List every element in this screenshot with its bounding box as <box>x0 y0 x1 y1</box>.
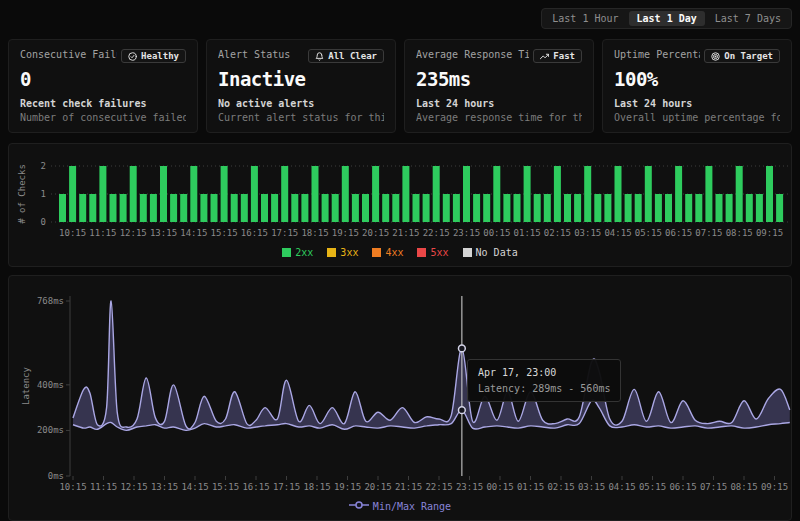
check-bar[interactable] <box>716 194 723 222</box>
check-bar[interactable] <box>402 166 409 222</box>
check-bar[interactable] <box>59 194 66 222</box>
check-bar[interactable] <box>776 194 783 222</box>
check-bar[interactable] <box>615 166 622 222</box>
check-bar[interactable] <box>503 194 510 222</box>
check-bar[interactable] <box>79 194 86 222</box>
check-bar[interactable] <box>312 166 319 222</box>
x-tick-label: 03:15 <box>578 482 605 492</box>
check-bar[interactable] <box>221 166 228 222</box>
x-tick-label: 06:15 <box>665 228 692 238</box>
time-range-last-7-days[interactable]: Last 7 Days <box>707 11 789 26</box>
status-badge-on-target: On Target <box>704 49 780 63</box>
check-bar[interactable] <box>746 194 753 222</box>
check-bar[interactable] <box>251 166 258 222</box>
x-tick-label: 16:15 <box>242 482 269 492</box>
check-bar[interactable] <box>736 166 743 222</box>
check-bar[interactable] <box>200 194 207 222</box>
y-tick-label: 0ms <box>48 471 64 481</box>
check-bar[interactable] <box>392 194 399 222</box>
check-bar[interactable] <box>180 194 187 222</box>
check-bar[interactable] <box>443 194 450 222</box>
check-bar[interactable] <box>756 194 763 222</box>
minmax-band <box>73 301 790 430</box>
check-bar[interactable] <box>281 166 288 222</box>
check-bar[interactable] <box>241 194 248 222</box>
check-bar[interactable] <box>705 166 712 222</box>
check-bar[interactable] <box>170 194 177 222</box>
check-bar[interactable] <box>413 194 420 222</box>
legend-item-4xx[interactable]: 4xx <box>372 247 403 258</box>
check-bar[interactable] <box>140 194 147 222</box>
check-bar[interactable] <box>211 194 218 222</box>
tooltip-latency-range: Latency: 289ms - 560ms <box>478 383 610 394</box>
check-bar[interactable] <box>524 166 531 222</box>
check-bar[interactable] <box>594 194 601 222</box>
checks-bar-chart[interactable]: # of Checks01210:1511:1512:1513:1514:151… <box>15 150 795 240</box>
check-bar[interactable] <box>372 166 379 222</box>
check-bar[interactable] <box>342 166 349 222</box>
check-bar[interactable] <box>99 166 106 222</box>
check-bar[interactable] <box>574 194 581 222</box>
check-bar[interactable] <box>665 194 672 222</box>
check-bar[interactable] <box>69 166 76 222</box>
legend-item-5xx[interactable]: 5xx <box>417 247 448 258</box>
check-bar[interactable] <box>423 194 430 222</box>
time-range-last-1-day[interactable]: Last 1 Day <box>629 11 705 26</box>
time-range-last-1-hour[interactable]: Last 1 Hour <box>544 11 626 26</box>
check-bar[interactable] <box>190 166 197 222</box>
check-bar[interactable] <box>514 194 521 222</box>
x-tick-label: 19:15 <box>334 482 361 492</box>
check-bar[interactable] <box>584 166 591 222</box>
check-bar[interactable] <box>685 194 692 222</box>
legend-swatch <box>463 248 472 257</box>
check-bar[interactable] <box>322 194 329 222</box>
x-tick-label: 22:15 <box>425 482 452 492</box>
check-bar[interactable] <box>645 166 652 222</box>
check-bar[interactable] <box>382 194 389 222</box>
legend-label: 3xx <box>340 247 358 258</box>
check-bar[interactable] <box>564 194 571 222</box>
x-tick-label: 00:15 <box>483 228 510 238</box>
check-bar[interactable] <box>554 166 561 222</box>
check-bar[interactable] <box>483 194 490 222</box>
check-bar[interactable] <box>301 194 308 222</box>
check-bar[interactable] <box>110 194 117 222</box>
latency-area-chart[interactable]: Latency0ms200ms400ms768ms10:1511:1512:15… <box>15 282 795 494</box>
check-bar[interactable] <box>695 194 702 222</box>
check-bar[interactable] <box>362 194 369 222</box>
legend-item-minmax-range[interactable]: Min/Max Range <box>349 500 451 512</box>
check-bar[interactable] <box>766 166 773 222</box>
legend-item-2xx[interactable]: 2xx <box>282 247 313 258</box>
check-bar[interactable] <box>291 194 298 222</box>
legend-item-no-data[interactable]: No Data <box>463 247 518 258</box>
check-bar[interactable] <box>89 194 96 222</box>
check-bar[interactable] <box>625 194 632 222</box>
check-bar[interactable] <box>130 166 137 222</box>
check-bar[interactable] <box>604 194 611 222</box>
check-bar[interactable] <box>473 194 480 222</box>
check-bar[interactable] <box>635 194 642 222</box>
card-head: Alert Status All Clear <box>218 49 384 63</box>
check-bar[interactable] <box>493 166 500 222</box>
card-value: Inactive <box>218 68 384 90</box>
check-bar[interactable] <box>433 166 440 222</box>
check-bar[interactable] <box>463 166 470 222</box>
check-bar[interactable] <box>352 194 359 222</box>
check-bar[interactable] <box>231 194 238 222</box>
check-bar[interactable] <box>453 194 460 222</box>
legend-item-3xx[interactable]: 3xx <box>327 247 358 258</box>
check-bar[interactable] <box>261 194 268 222</box>
check-bar[interactable] <box>120 194 127 222</box>
check-bar[interactable] <box>544 194 551 222</box>
check-bar[interactable] <box>160 166 167 222</box>
check-bar[interactable] <box>655 194 662 222</box>
latency-chart-panel: Latency0ms200ms400ms768ms10:1511:1512:15… <box>8 275 792 521</box>
check-bar[interactable] <box>150 194 157 222</box>
x-tick-label: 19:15 <box>332 228 359 238</box>
check-bar[interactable] <box>534 194 541 222</box>
check-bar[interactable] <box>271 194 278 222</box>
check-bar[interactable] <box>726 194 733 222</box>
check-bar[interactable] <box>332 194 339 222</box>
check-bar[interactable] <box>675 166 682 222</box>
card-value: 100% <box>614 68 780 90</box>
